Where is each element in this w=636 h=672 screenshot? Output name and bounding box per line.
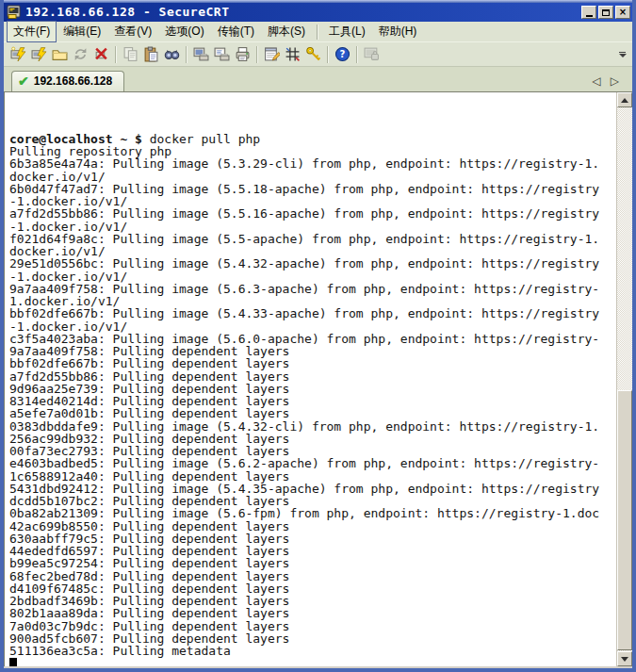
terminal-line: 7a0d03c7b9dc: Pulling dependent layers: [9, 620, 616, 632]
keymap-icon[interactable]: [282, 44, 302, 65]
maximize-icon: [602, 9, 610, 16]
menu-item-view[interactable]: 查看(V): [107, 21, 158, 42]
terminal-line: Pulling repository php: [9, 145, 616, 157]
tab-bar: ✔ 192.168.66.128 ◁ ▷: [4, 67, 632, 91]
toolbar-overflow-icon[interactable]: [616, 48, 628, 61]
terminal-line: 0383dbddafe9: Pulling image (5.4.32-cli)…: [9, 420, 616, 433]
terminal-line: 44ededfd6597: Pulling dependent layers: [9, 545, 616, 557]
maximize-button[interactable]: [598, 6, 613, 19]
terminal-line: -1.docker.io/v1/: [9, 270, 616, 283]
terminal-area: core@localhost ~ $ docker pull phpPullin…: [4, 91, 632, 666]
vertical-scrollbar[interactable]: [616, 92, 632, 666]
terminal-line: 1c6588912a40: Pulling dependent layers: [9, 470, 616, 483]
terminal-line: d4109f67485c: Pulling dependent layers: [9, 582, 616, 595]
terminal-line: b99ea5c97254: Pulling dependent layers: [9, 557, 616, 569]
window-title: 192.168.66.128 - SecureCRT: [25, 3, 581, 22]
arrow-up-icon: [621, 98, 628, 103]
toolbar-separator: [186, 46, 187, 63]
connected-check-icon: ✔: [18, 75, 29, 87]
terminal-line: 5431dbd92412: Pulling image (5.4.35-apac…: [9, 483, 616, 495]
close-button[interactable]: ×: [615, 6, 630, 19]
menu-item-transfer[interactable]: 传输(T): [211, 21, 261, 42]
terminal-line: 29e51d0556bc: Pulling image (5.4.32-apac…: [9, 257, 616, 270]
terminal-command-line: core@localhost ~ $ docker pull php: [9, 133, 616, 145]
key-agent-icon[interactable]: [302, 44, 323, 65]
arrow-down-icon: [621, 657, 628, 662]
terminal-line: -1.docker.io/v1/: [9, 320, 616, 333]
toolbar-separator: [327, 46, 328, 63]
toolbar-separator: [115, 46, 116, 63]
terminal-line: docker.io/v1/: [9, 171, 616, 183]
terminal-line: docker.io/v1/: [9, 245, 616, 257]
menu-item-help[interactable]: 帮助(H): [372, 21, 424, 42]
screen-lock-icon: [361, 44, 382, 65]
help-icon[interactable]: ?: [332, 44, 352, 65]
copy-icon: [120, 44, 140, 65]
terminal-line: 0ba82ab21309: Pulling image (5.6-fpm) fr…: [9, 507, 616, 519]
menu-bar: 文件(F)编辑(E)查看(V)选项(O)传输(T)脚本(S)工具(L)帮助(H): [4, 22, 632, 42]
terminal-line: 256ac99db932: Pulling dependent layers: [9, 433, 616, 445]
terminal-blank-line: [9, 121, 616, 133]
terminal-line: 8314ed40214d: Pulling dependent layers: [9, 395, 616, 407]
terminal-cursor: [9, 658, 17, 666]
terminal-line: 511136ea3c5a: Pulling metadata: [9, 645, 616, 657]
scrollbar-thumb[interactable]: [617, 390, 632, 650]
securecrt-app-icon[interactable]: [7, 5, 22, 20]
title-bar[interactable]: 192.168.66.128 - SecureCRT ×: [4, 3, 632, 22]
menu-item-edit[interactable]: 编辑(E): [57, 21, 107, 42]
terminal-line: bbf02dfe667b: Pulling dependent layers: [9, 357, 616, 369]
scroll-down-button[interactable]: [617, 651, 632, 666]
terminal-line: 2bdbadf3469b: Pulling dependent layers: [9, 595, 616, 607]
disconnect-icon[interactable]: [90, 44, 111, 65]
print-selection-icon[interactable]: [211, 44, 232, 65]
terminal-line: -1.docker.io/v1/: [9, 195, 616, 207]
menu-separator: [317, 25, 318, 40]
terminal-line: 6b3a85e4a74a: Pulling image (5.3.29-cli)…: [9, 157, 616, 170]
toolbar-separator: [356, 46, 357, 63]
terminal-line: 6b0d47f47ad7: Pulling image (5.5.18-apac…: [9, 183, 616, 195]
connect-in-tab-icon[interactable]: [49, 44, 70, 65]
terminal-blank-line: [9, 95, 616, 107]
terminal-blank-line: [9, 107, 616, 120]
terminal-line: 1.docker.io/v1/: [9, 295, 616, 307]
terminal-line: a5efe7a0d01b: Pulling dependent layers: [9, 407, 616, 419]
terminal-line: 9a7aa409f758: Pulling image (5.6.3-apach…: [9, 283, 616, 295]
window-bottom-edge: [4, 666, 632, 672]
find-icon[interactable]: [161, 44, 182, 65]
terminal-line: c3f5a4023aba: Pulling image (5.6.0-apach…: [9, 333, 616, 345]
toolbar: ?: [4, 42, 632, 67]
toolbar-separator: [256, 46, 257, 63]
terminal-line: dcdd5b107bc2: Pulling dependent layers: [9, 495, 616, 507]
minimize-icon: [586, 15, 593, 17]
menu-item-script[interactable]: 脚本(S): [261, 21, 312, 42]
menu-item-tools[interactable]: 工具(L): [322, 21, 372, 42]
reconnect-icon: [70, 44, 90, 65]
minimize-button[interactable]: [581, 6, 596, 19]
terminal-line: 42ac699b8550: Pulling dependent layers: [9, 520, 616, 533]
terminal-output[interactable]: core@localhost ~ $ docker pull phpPullin…: [5, 92, 616, 666]
tab-scroll-left-icon[interactable]: ◁: [593, 74, 601, 88]
terminal-line: 00fa73ec2793: Pulling dependent layers: [9, 445, 616, 457]
menu-item-options[interactable]: 选项(O): [158, 21, 210, 42]
menu-item-file[interactable]: 文件(F): [7, 21, 57, 42]
terminal-line: 9d96aa25e739: Pulling dependent layers: [9, 383, 616, 395]
connect-icon[interactable]: [28, 44, 49, 65]
terminal-line: -1.docker.io/v1/: [9, 221, 616, 233]
close-icon: ×: [619, 8, 627, 17]
terminal-line: bbf02dfe667b: Pulling image (5.4.33-apac…: [9, 307, 616, 320]
terminal-line: 900ad5fcb607: Pulling dependent layers: [9, 632, 616, 645]
print-screen-icon[interactable]: [190, 44, 211, 65]
paste-icon[interactable]: [140, 44, 161, 65]
scroll-up-button[interactable]: [617, 92, 632, 107]
terminal-line: e4603badbed5: Pulling image (5.6.2-apach…: [9, 457, 616, 469]
terminal-line: 9a7aa409f758: Pulling dependent layers: [9, 345, 616, 357]
session-tab[interactable]: ✔ 192.168.66.128: [11, 71, 124, 91]
tab-scroll-right-icon[interactable]: ▷: [611, 74, 619, 88]
print-icon[interactable]: [232, 44, 253, 65]
session-options-icon[interactable]: [261, 44, 282, 65]
terminal-line: f021d64f9a8c: Pulling image (5.5-apache)…: [9, 233, 616, 245]
quick-connect-icon[interactable]: [8, 44, 28, 65]
terminal-line: 630aabff79c5: Pulling dependent layers: [9, 533, 616, 545]
terminal-cursor-line: [9, 657, 616, 666]
terminal-line: a7fd2d55bb86: Pulling dependent layers: [9, 370, 616, 383]
